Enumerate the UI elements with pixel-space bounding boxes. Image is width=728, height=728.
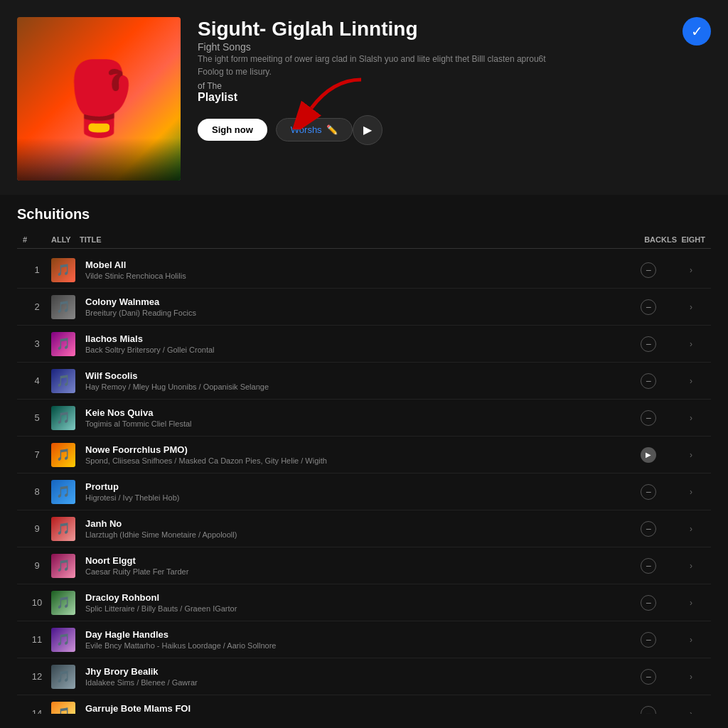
checkmark-icon: ✓ [691, 23, 703, 40]
thumb-icon: 🎵 [56, 374, 70, 387]
track-artist: Back Soltry Britersory / Gollei Crontal [85, 346, 620, 354]
track-chevron-icon[interactable]: › [677, 709, 705, 714]
track-chevron-icon[interactable]: › [677, 487, 705, 497]
thumb-icon: 🎵 [56, 633, 70, 646]
track-action[interactable]: − [620, 558, 677, 574]
track-remove-button[interactable]: − [641, 410, 656, 426]
track-number: 3 [23, 338, 51, 349]
col-ally: Ally [51, 235, 80, 244]
track-info: Wilf Socolis Hay Remoy / Mley Hug Unonib… [80, 370, 620, 391]
track-name: Mobel All [85, 259, 620, 270]
arrow-container: Worshs ✏️ ▶ [276, 115, 382, 145]
track-info: Mobel All Vilde Stinic Renchioca Holilis [80, 259, 620, 280]
album-art: 🥊 [17, 17, 181, 181]
track-action[interactable]: − [620, 595, 677, 611]
playlist-of-label: of The [198, 81, 682, 91]
track-remove-button[interactable]: − [641, 669, 656, 685]
track-info: Noort Elggt Caesar Ruity Plate Fer Tarde… [80, 555, 620, 576]
track-chevron-icon[interactable]: › [677, 635, 705, 645]
track-chevron-icon[interactable]: › [677, 672, 705, 682]
track-chevron-icon[interactable]: › [677, 413, 705, 423]
track-info: Ilachos Mials Back Soltry Britersory / G… [80, 333, 620, 354]
track-action[interactable]: − [620, 336, 677, 352]
track-action[interactable]: − [620, 632, 677, 648]
track-remove-button[interactable]: − [641, 373, 656, 389]
check-badge: ✓ [682, 17, 711, 46]
track-chevron-icon[interactable]: › [677, 598, 705, 608]
track-artist: Evile Bncy Mattarho - Haikus Loordage / … [85, 641, 620, 650]
words-button[interactable]: Worshs ✏️ [276, 118, 353, 141]
track-remove-button[interactable]: − [641, 595, 656, 611]
table-row: 3 🎵 Ilachos Mials Back Soltry Britersory… [17, 326, 711, 363]
track-action[interactable]: − [620, 706, 677, 714]
table-row: 4 🎵 Wilf Socolis Hay Remoy / Mley Hug Un… [17, 363, 711, 400]
track-artist: Idalakee Sims / Blenee / Gawrar [85, 678, 620, 687]
track-chevron-icon[interactable]: › [677, 302, 705, 312]
table-row: 8 🎵 Prortup Higrotesi / Ivy Theblei Hob)… [17, 473, 711, 510]
track-name: Keie Nos Quiva [85, 407, 620, 418]
track-remove-button[interactable]: − [641, 558, 656, 574]
sign-now-button[interactable]: Sigh now [198, 119, 267, 141]
section-title: Schuitions [17, 206, 711, 223]
track-action[interactable]: − [620, 669, 677, 685]
track-action[interactable]: − [620, 521, 677, 537]
thumb-icon: 🎵 [56, 559, 70, 572]
track-remove-button[interactable]: − [641, 336, 656, 352]
track-name: Nowe Foorrchlus PMO) [85, 444, 620, 455]
track-remove-button[interactable]: − [641, 706, 656, 714]
table-row: 10 🎵 Dracloy Rohbonl Splic Litteraire / … [17, 584, 711, 621]
thumb-icon: 🎵 [56, 337, 70, 350]
track-action[interactable]: − [620, 262, 677, 278]
track-thumbnail: 🎵 [51, 517, 75, 541]
track-play-button[interactable]: ▶ [641, 447, 656, 463]
thumb-icon: 🎵 [56, 596, 70, 609]
track-name: Noort Elggt [85, 555, 620, 566]
track-remove-button[interactable]: − [641, 632, 656, 648]
hero-actions: Sigh now Worshs ✏️ ▶ [198, 115, 711, 145]
track-info: Garruje Bote Mlams FOI Baaksen / Broyltr… [80, 703, 620, 714]
track-action[interactable]: − [620, 410, 677, 426]
thumb-icon: 🎵 [56, 263, 70, 277]
track-number: 10 [23, 597, 51, 608]
track-remove-button[interactable]: − [641, 521, 656, 537]
track-info: Day Hagle Handles Evile Bncy Mattarho - … [80, 629, 620, 650]
track-action[interactable]: − [620, 484, 677, 500]
track-number: 8 [23, 486, 51, 497]
track-remove-button[interactable]: − [641, 299, 656, 315]
track-name: Jhy Brory Bealik [85, 666, 620, 677]
track-info: Nowe Foorrchlus PMO) Spond, Cliisesa Sni… [80, 444, 620, 465]
track-artist: Llarztugh (Idhie Sime Monetaire / Appolo… [85, 530, 620, 539]
track-artist: Togimis al Tommic Cliel Flestal [85, 419, 620, 428]
track-info: Janh No Llarztugh (Idhie Sime Monetaire … [80, 518, 620, 539]
track-number: 1 [23, 264, 51, 275]
track-thumbnail: 🎵 [51, 628, 75, 652]
play-button[interactable]: ▶ [353, 115, 382, 145]
thumb-icon: 🎵 [56, 448, 70, 461]
track-name: Dracloy Rohbonl [85, 592, 620, 603]
thumb-icon: 🎵 [56, 670, 70, 683]
track-thumbnail: 🎵 [51, 295, 75, 319]
track-remove-button[interactable]: − [641, 484, 656, 500]
table-row: 2 🎵 Colony Walnmea Breeitury (Dani) Read… [17, 289, 711, 326]
track-number: 7 [23, 449, 51, 460]
track-thumbnail: 🎵 [51, 702, 75, 714]
col-num: # [23, 235, 51, 244]
track-thumbnail: 🎵 [51, 554, 75, 578]
track-chevron-icon[interactable]: › [677, 339, 705, 349]
hero-section: 🥊 Siguht- Giglah Linnting Fight Songs Th… [0, 0, 728, 195]
track-action[interactable]: ▶ [620, 447, 677, 463]
track-chevron-icon[interactable]: › [677, 376, 705, 386]
track-chevron-icon[interactable]: › [677, 561, 705, 571]
table-row: 14 🎵 Garruje Bote Mlams FOI Baaksen / Br… [17, 695, 711, 714]
track-remove-button[interactable]: − [641, 262, 656, 278]
track-number: 4 [23, 375, 51, 386]
track-action[interactable]: − [620, 299, 677, 315]
track-number: 11 [23, 634, 51, 645]
track-chevron-icon[interactable]: › [677, 265, 705, 275]
track-chevron-icon[interactable]: › [677, 450, 705, 460]
track-number: 2 [23, 301, 51, 312]
track-action[interactable]: − [620, 373, 677, 389]
track-name: Ilachos Mials [85, 333, 620, 344]
track-chevron-icon[interactable]: › [677, 524, 705, 534]
track-list: 1 🎵 Mobel All Vilde Stinic Renchioca Hol… [17, 252, 711, 714]
